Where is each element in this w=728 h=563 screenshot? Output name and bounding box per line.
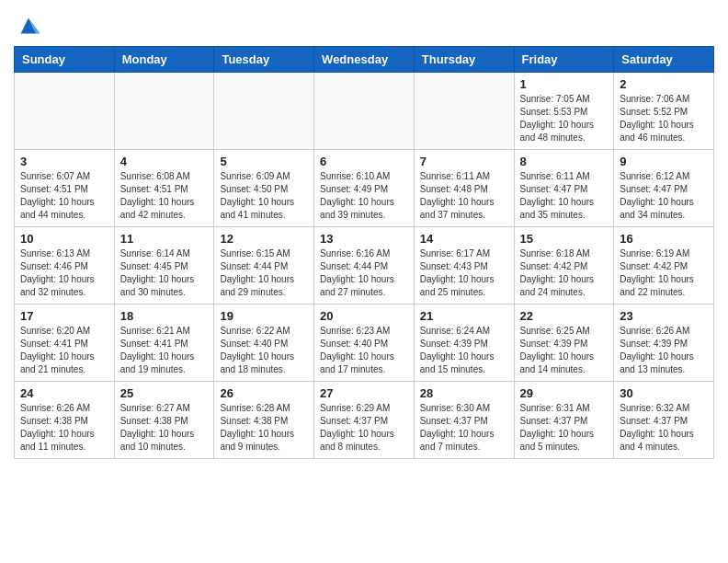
calendar-week-4: 17Sunrise: 6:20 AM Sunset: 4:41 PM Dayli… xyxy=(15,304,714,382)
day-info: Sunrise: 6:07 AM Sunset: 4:51 PM Dayligh… xyxy=(20,170,108,222)
day-info: Sunrise: 7:05 AM Sunset: 5:53 PM Dayligh… xyxy=(520,93,609,144)
calendar-cell xyxy=(214,73,314,150)
day-info: Sunrise: 6:14 AM Sunset: 4:45 PM Dayligh… xyxy=(120,247,209,299)
weekday-header-friday: Friday xyxy=(514,47,614,73)
calendar-cell: 1Sunrise: 7:05 AM Sunset: 5:53 PM Daylig… xyxy=(514,73,614,150)
calendar-week-5: 24Sunrise: 6:26 AM Sunset: 4:38 PM Dayli… xyxy=(15,382,714,459)
day-number: 17 xyxy=(20,309,108,323)
calendar-cell: 26Sunrise: 6:28 AM Sunset: 4:38 PM Dayli… xyxy=(214,382,314,459)
calendar-cell: 18Sunrise: 6:21 AM Sunset: 4:41 PM Dayli… xyxy=(114,304,214,382)
day-info: Sunrise: 6:09 AM Sunset: 4:50 PM Dayligh… xyxy=(220,170,308,222)
calendar-cell: 28Sunrise: 6:30 AM Sunset: 4:37 PM Dayli… xyxy=(414,382,514,459)
day-info: Sunrise: 6:11 AM Sunset: 4:48 PM Dayligh… xyxy=(420,170,508,222)
calendar-body: 1Sunrise: 7:05 AM Sunset: 5:53 PM Daylig… xyxy=(15,73,714,459)
weekday-header-wednesday: Wednesday xyxy=(314,47,415,73)
day-info: Sunrise: 6:23 AM Sunset: 4:40 PM Dayligh… xyxy=(320,325,408,376)
day-info: Sunrise: 6:08 AM Sunset: 4:51 PM Dayligh… xyxy=(120,170,209,222)
calendar-cell: 8Sunrise: 6:11 AM Sunset: 4:47 PM Daylig… xyxy=(514,150,614,227)
day-info: Sunrise: 6:20 AM Sunset: 4:41 PM Dayligh… xyxy=(20,325,108,376)
calendar-cell: 4Sunrise: 6:08 AM Sunset: 4:51 PM Daylig… xyxy=(114,150,214,227)
day-number: 29 xyxy=(520,386,609,400)
day-info: Sunrise: 6:30 AM Sunset: 4:37 PM Dayligh… xyxy=(420,402,508,454)
day-info: Sunrise: 6:27 AM Sunset: 4:38 PM Dayligh… xyxy=(120,402,209,454)
day-info: Sunrise: 6:25 AM Sunset: 4:39 PM Dayligh… xyxy=(520,325,609,376)
calendar-cell: 13Sunrise: 6:16 AM Sunset: 4:44 PM Dayli… xyxy=(314,227,415,304)
day-number: 25 xyxy=(120,386,209,400)
calendar-cell: 6Sunrise: 6:10 AM Sunset: 4:49 PM Daylig… xyxy=(314,150,415,227)
calendar-cell: 14Sunrise: 6:17 AM Sunset: 4:43 PM Dayli… xyxy=(414,227,514,304)
day-info: Sunrise: 6:31 AM Sunset: 4:37 PM Dayligh… xyxy=(520,402,609,454)
page: SundayMondayTuesdayWednesdayThursdayFrid… xyxy=(0,0,728,473)
day-number: 12 xyxy=(220,232,308,246)
calendar-cell: 5Sunrise: 6:09 AM Sunset: 4:50 PM Daylig… xyxy=(214,150,314,227)
calendar-cell: 19Sunrise: 6:22 AM Sunset: 4:40 PM Dayli… xyxy=(214,304,314,382)
day-number: 19 xyxy=(220,309,308,323)
day-number: 4 xyxy=(120,155,209,168)
day-number: 1 xyxy=(520,77,609,91)
calendar-cell: 9Sunrise: 6:12 AM Sunset: 4:47 PM Daylig… xyxy=(614,150,714,227)
calendar-cell: 10Sunrise: 6:13 AM Sunset: 4:46 PM Dayli… xyxy=(15,227,115,304)
day-number: 21 xyxy=(420,309,508,323)
calendar-cell: 7Sunrise: 6:11 AM Sunset: 4:48 PM Daylig… xyxy=(414,150,514,227)
day-number: 9 xyxy=(620,155,708,168)
calendar-cell: 3Sunrise: 6:07 AM Sunset: 4:51 PM Daylig… xyxy=(15,150,115,227)
calendar-header: SundayMondayTuesdayWednesdayThursdayFrid… xyxy=(15,47,714,73)
calendar-week-3: 10Sunrise: 6:13 AM Sunset: 4:46 PM Dayli… xyxy=(15,227,714,304)
day-number: 28 xyxy=(420,386,508,400)
calendar-cell: 30Sunrise: 6:32 AM Sunset: 4:37 PM Dayli… xyxy=(614,382,714,459)
day-number: 7 xyxy=(420,155,508,168)
day-info: Sunrise: 6:19 AM Sunset: 4:42 PM Dayligh… xyxy=(620,247,708,299)
day-number: 5 xyxy=(220,155,308,168)
calendar-week-2: 3Sunrise: 6:07 AM Sunset: 4:51 PM Daylig… xyxy=(15,150,714,227)
day-info: Sunrise: 6:32 AM Sunset: 4:37 PM Dayligh… xyxy=(620,402,708,454)
day-info: Sunrise: 6:13 AM Sunset: 4:46 PM Dayligh… xyxy=(20,247,108,299)
day-info: Sunrise: 6:28 AM Sunset: 4:38 PM Dayligh… xyxy=(220,402,308,454)
calendar-cell: 29Sunrise: 6:31 AM Sunset: 4:37 PM Dayli… xyxy=(514,382,614,459)
calendar-cell: 21Sunrise: 6:24 AM Sunset: 4:39 PM Dayli… xyxy=(414,304,514,382)
day-number: 20 xyxy=(320,309,408,323)
day-info: Sunrise: 6:11 AM Sunset: 4:47 PM Dayligh… xyxy=(520,170,609,222)
calendar-week-1: 1Sunrise: 7:05 AM Sunset: 5:53 PM Daylig… xyxy=(15,73,714,150)
logo-icon xyxy=(16,13,41,39)
calendar-cell xyxy=(114,73,214,150)
calendar-cell: 16Sunrise: 6:19 AM Sunset: 4:42 PM Dayli… xyxy=(614,227,714,304)
weekday-header-sunday: Sunday xyxy=(15,47,115,73)
day-number: 30 xyxy=(620,386,708,400)
calendar-cell: 2Sunrise: 7:06 AM Sunset: 5:52 PM Daylig… xyxy=(614,73,714,150)
day-number: 26 xyxy=(220,386,308,400)
day-info: Sunrise: 6:26 AM Sunset: 4:38 PM Dayligh… xyxy=(20,402,108,454)
weekday-header-monday: Monday xyxy=(114,47,214,73)
day-info: Sunrise: 6:24 AM Sunset: 4:39 PM Dayligh… xyxy=(420,325,508,376)
day-number: 3 xyxy=(20,155,108,168)
calendar-cell: 17Sunrise: 6:20 AM Sunset: 4:41 PM Dayli… xyxy=(15,304,115,382)
weekday-header-thursday: Thursday xyxy=(414,47,514,73)
day-number: 10 xyxy=(20,232,108,246)
day-number: 23 xyxy=(620,309,708,323)
calendar-cell xyxy=(414,73,514,150)
weekday-header-tuesday: Tuesday xyxy=(214,47,314,73)
header xyxy=(14,9,714,39)
day-number: 16 xyxy=(620,232,708,246)
calendar-cell: 20Sunrise: 6:23 AM Sunset: 4:40 PM Dayli… xyxy=(314,304,415,382)
logo-text xyxy=(14,13,41,39)
day-number: 18 xyxy=(120,309,209,323)
day-number: 6 xyxy=(320,155,408,168)
calendar-cell: 27Sunrise: 6:29 AM Sunset: 4:37 PM Dayli… xyxy=(314,382,415,459)
calendar-cell xyxy=(15,73,115,150)
day-info: Sunrise: 6:15 AM Sunset: 4:44 PM Dayligh… xyxy=(220,247,308,299)
calendar-cell xyxy=(314,73,415,150)
day-number: 11 xyxy=(120,232,209,246)
day-info: Sunrise: 6:17 AM Sunset: 4:43 PM Dayligh… xyxy=(420,247,508,299)
calendar-cell: 12Sunrise: 6:15 AM Sunset: 4:44 PM Dayli… xyxy=(214,227,314,304)
day-info: Sunrise: 6:10 AM Sunset: 4:49 PM Dayligh… xyxy=(320,170,408,222)
day-number: 13 xyxy=(320,232,408,246)
day-info: Sunrise: 6:18 AM Sunset: 4:42 PM Dayligh… xyxy=(520,247,609,299)
calendar-cell: 23Sunrise: 6:26 AM Sunset: 4:39 PM Dayli… xyxy=(614,304,714,382)
weekday-header-row: SundayMondayTuesdayWednesdayThursdayFrid… xyxy=(15,47,714,73)
weekday-header-saturday: Saturday xyxy=(614,47,714,73)
day-info: Sunrise: 6:12 AM Sunset: 4:47 PM Dayligh… xyxy=(620,170,708,222)
day-info: Sunrise: 6:16 AM Sunset: 4:44 PM Dayligh… xyxy=(320,247,408,299)
day-info: Sunrise: 6:29 AM Sunset: 4:37 PM Dayligh… xyxy=(320,402,408,454)
day-number: 8 xyxy=(520,155,609,168)
calendar-cell: 24Sunrise: 6:26 AM Sunset: 4:38 PM Dayli… xyxy=(15,382,115,459)
